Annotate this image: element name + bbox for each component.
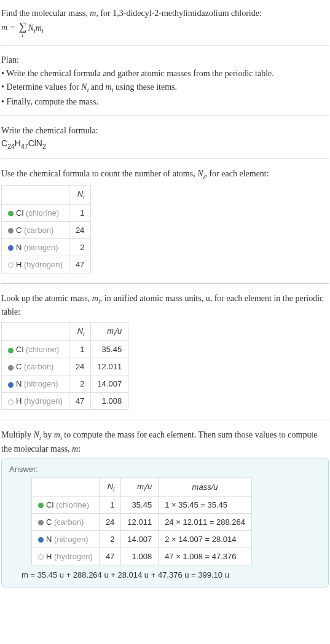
- var-m: m: [36, 23, 42, 33]
- cell-count: 2: [69, 375, 90, 393]
- elem-name: (carbon): [54, 517, 84, 527]
- cell-element: Cl (chlorine): [2, 204, 69, 221]
- cell-element: H (hydrogen): [2, 393, 69, 410]
- chemical-formula: C24H47ClN2: [1, 138, 329, 151]
- table-row: C (carbon)24: [2, 221, 91, 238]
- text: Look up the atomic mass,: [1, 294, 92, 303]
- table-row: Cl (chlorine)135.45: [2, 341, 128, 358]
- cell-element: C (carbon): [32, 514, 100, 531]
- table-header-row: Ni mi/u: [2, 322, 128, 341]
- cell-element: N (nitrogen): [2, 238, 69, 256]
- elem-symbol: Cl: [16, 345, 23, 354]
- plan-bullet-2: • Determine values for Ni and mi using t…: [1, 81, 329, 95]
- atomic-mass-table: Ni mi/u Cl (chlorine)135.45 C (carbon)24…: [1, 322, 128, 410]
- elem-symbol: N: [16, 243, 22, 252]
- final-paragraph: Multiply Ni by mi to compute the mass fo…: [1, 429, 329, 455]
- cell-count: 47: [69, 256, 90, 273]
- answer-equation: m = 35.45 u + 288.264 u + 28.014 u + 47.…: [22, 570, 321, 579]
- elem-name: (carbon): [24, 226, 53, 235]
- text: m: [137, 482, 144, 491]
- var-m: m: [92, 294, 98, 303]
- text: Find the molecular mass,: [1, 9, 90, 18]
- cell-count: 24: [69, 221, 90, 238]
- var-N: N: [197, 169, 203, 178]
- elem-Cl: Cl: [28, 138, 36, 148]
- text: N: [77, 189, 83, 198]
- elem-name: (carbon): [24, 362, 53, 371]
- elem-symbol: N: [46, 535, 52, 544]
- text: :: [78, 444, 81, 454]
- col-N: Ni: [69, 322, 90, 341]
- cell-count: 24: [99, 514, 120, 531]
- text: m: [107, 326, 114, 336]
- text: and: [88, 82, 105, 92]
- problem-statement: Find the molecular mass, m, for 1,3-dide…: [1, 4, 329, 45]
- table-row: H (hydrogen)471.008: [2, 393, 128, 410]
- elem-symbol: C: [46, 517, 52, 527]
- sub-i: i: [113, 485, 114, 492]
- table-row: C (carbon)2412.01124 × 12.011 = 288.264: [32, 514, 252, 531]
- element-color-icon: [8, 228, 14, 234]
- chemical-formula-section: Write the chemical formula: C24H47ClN2: [1, 121, 329, 159]
- var-m: m: [54, 430, 60, 439]
- element-color-icon: [38, 520, 44, 525]
- text: by: [41, 430, 54, 439]
- plan-bullet-1: • Write the chemical formula and gather …: [1, 68, 329, 80]
- col-element: [32, 477, 100, 497]
- elem-name: (nitrogen): [24, 379, 58, 388]
- table-header-row: Ni mi/u mass/u: [32, 477, 252, 497]
- answer-table: Ni mi/u mass/u Cl (chlorine)135.451 × 35…: [31, 477, 252, 566]
- table-row: C (carbon)2412.011: [2, 358, 128, 375]
- sub-i: i: [42, 28, 44, 34]
- cell-mass: 47 × 1.008 = 47.376: [159, 548, 252, 565]
- elem-symbol: Cl: [16, 208, 23, 218]
- element-color-icon: [8, 348, 14, 353]
- plan-section: Plan: • Write the chemical formula and g…: [1, 50, 329, 116]
- elem-symbol: H: [46, 552, 52, 561]
- cell-count: 24: [69, 358, 90, 375]
- cell-count: 2: [99, 531, 120, 548]
- col-element: [2, 186, 69, 205]
- final-section: Multiply Ni by mi to compute the mass fo…: [1, 425, 329, 594]
- text: , for each element:: [205, 169, 269, 178]
- table-row: H (hydrogen)471.00847 × 1.008 = 47.376: [32, 548, 252, 565]
- chemical-formula-header: Write the chemical formula:: [1, 125, 329, 137]
- table-row: N (nitrogen)214.007: [2, 375, 128, 393]
- sigma-icon: ∑ i: [19, 21, 27, 38]
- cell-mass: 1 × 35.45 = 35.45: [159, 497, 252, 514]
- cell-count: 47: [69, 393, 90, 410]
- count-N: 2: [42, 143, 46, 150]
- elem-symbol: C: [16, 362, 22, 371]
- elem-symbol: Cl: [46, 500, 53, 509]
- cell-count: 1: [69, 204, 90, 221]
- elem-symbol: N: [16, 379, 22, 388]
- col-element: [2, 322, 69, 341]
- element-color-icon: [8, 245, 14, 251]
- element-color-icon: [38, 503, 44, 508]
- cell-element: C (carbon): [2, 221, 69, 238]
- answer-content: Ni mi/u mass/u Cl (chlorine)135.451 × 35…: [9, 477, 321, 566]
- cell-element: H (hydrogen): [32, 548, 100, 565]
- sum-expression: ∑ i Nimi: [18, 21, 44, 38]
- var-N: N: [34, 430, 39, 439]
- cell-element: Cl (chlorine): [2, 341, 69, 358]
- cell-mass: 1.008: [91, 393, 128, 410]
- sigma-symbol: ∑: [19, 21, 27, 32]
- element-color-icon: [8, 382, 14, 388]
- answer-box: Answer: Ni mi/u mass/u Cl (chlorine)135.…: [1, 458, 329, 588]
- element-color-icon: [8, 399, 14, 405]
- col-m: mi/u: [91, 322, 128, 341]
- cell-mass: 12.011: [91, 358, 128, 375]
- text: Use the chemical formula to count the nu…: [1, 169, 197, 178]
- sub-i: i: [83, 330, 84, 337]
- elem-name: (nitrogen): [24, 243, 58, 252]
- count-C: 24: [7, 143, 15, 150]
- atom-count-table: Ni Cl (chlorine)1 C (carbon)24 N (nitrog…: [1, 185, 91, 273]
- count-H: 47: [21, 143, 28, 150]
- cell-element: Cl (chlorine): [32, 497, 100, 514]
- elem-name: (hydrogen): [24, 260, 63, 269]
- elem-symbol: H: [16, 396, 22, 406]
- elem-name: (hydrogen): [54, 552, 93, 561]
- cell-m: 14.007: [121, 531, 159, 548]
- elem-name: (chlorine): [26, 345, 59, 354]
